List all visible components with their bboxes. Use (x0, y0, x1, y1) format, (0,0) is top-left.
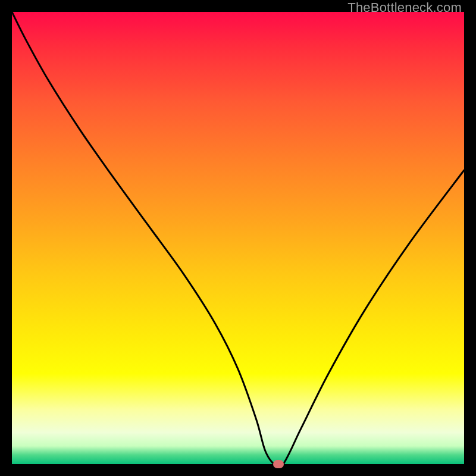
chart-frame: TheBottleneck.com (0, 0, 476, 476)
bottleneck-curve (12, 12, 464, 464)
optimum-marker (273, 460, 284, 468)
plot-area (12, 12, 464, 464)
